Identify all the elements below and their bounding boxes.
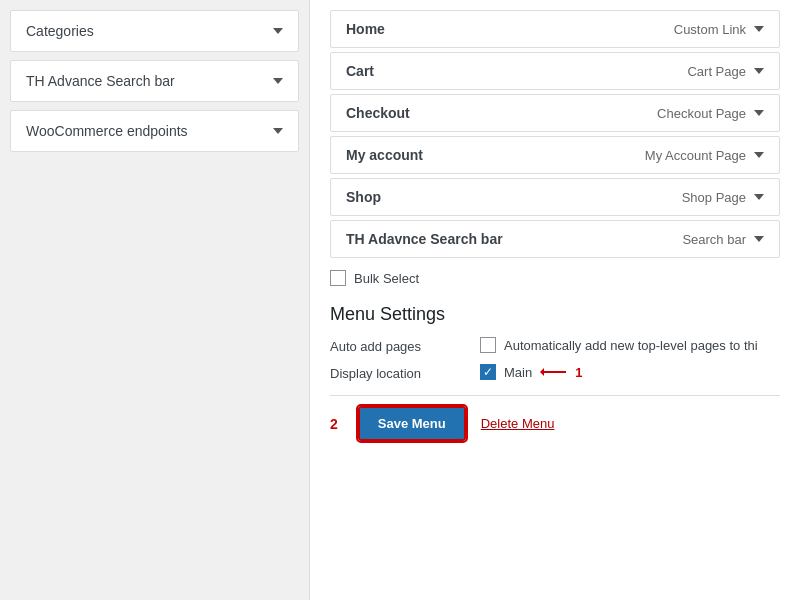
menu-item-account-right: My Account Page [645, 148, 764, 163]
menu-item-home[interactable]: Home Custom Link [330, 10, 780, 48]
chevron-down-icon [754, 110, 764, 116]
menu-item-search-label: TH Adavnce Search bar [346, 231, 503, 247]
display-location-checkbox[interactable]: ✓ [480, 364, 496, 380]
menu-item-cart-type: Cart Page [687, 64, 746, 79]
menu-item-checkout-type: Checkout Page [657, 106, 746, 121]
bulk-select-checkbox[interactable] [330, 270, 346, 286]
menu-item-search-bar[interactable]: TH Adavnce Search bar Search bar [330, 220, 780, 258]
auto-add-pages-row: Auto add pages Automatically add new top… [330, 337, 780, 354]
menu-item-cart[interactable]: Cart Cart Page [330, 52, 780, 90]
delete-menu-button[interactable]: Delete Menu [481, 416, 555, 431]
chevron-down-icon [273, 78, 283, 84]
main-content: Home Custom Link Cart Cart Page Checkout… [310, 0, 800, 600]
menu-item-home-right: Custom Link [674, 22, 764, 37]
arrow-annotation: 1 [540, 365, 582, 380]
auto-add-description: Automatically add new top-level pages to… [504, 338, 758, 353]
chevron-down-icon [754, 152, 764, 158]
menu-item-search-right: Search bar [682, 232, 764, 247]
menu-item-cart-label: Cart [346, 63, 374, 79]
auto-add-value: Automatically add new top-level pages to… [480, 337, 758, 353]
menu-item-home-type: Custom Link [674, 22, 746, 37]
chevron-down-icon [754, 68, 764, 74]
menu-item-search-type: Search bar [682, 232, 746, 247]
menu-item-shop-right: Shop Page [682, 190, 764, 205]
menu-item-checkout[interactable]: Checkout Checkout Page [330, 94, 780, 132]
red-arrow-icon [540, 365, 570, 379]
menu-item-cart-right: Cart Page [687, 64, 764, 79]
save-menu-button[interactable]: Save Menu [358, 406, 466, 441]
menu-item-my-account[interactable]: My account My Account Page [330, 136, 780, 174]
chevron-down-icon [273, 128, 283, 134]
display-location-label: Display location [330, 364, 460, 381]
menu-item-account-label: My account [346, 147, 423, 163]
auto-add-label: Auto add pages [330, 337, 460, 354]
menu-settings-section: Menu Settings Auto add pages Automatical… [330, 304, 780, 381]
chevron-down-icon [754, 236, 764, 242]
menu-item-shop[interactable]: Shop Shop Page [330, 178, 780, 216]
chevron-down-icon [754, 26, 764, 32]
menu-item-account-type: My Account Page [645, 148, 746, 163]
menu-settings-title: Menu Settings [330, 304, 780, 325]
bulk-select-area: Bulk Select [330, 270, 780, 286]
menu-item-shop-label: Shop [346, 189, 381, 205]
sidebar-item-th-advance-search[interactable]: TH Advance Search bar [10, 60, 299, 102]
svg-marker-1 [540, 368, 544, 376]
sidebar-item-woo-label: WooCommerce endpoints [26, 123, 188, 139]
sidebar-item-th-label: TH Advance Search bar [26, 73, 175, 89]
annotation-number-1: 1 [575, 365, 582, 380]
display-location-value: ✓ Main 1 [480, 364, 582, 380]
chevron-down-icon [754, 194, 764, 200]
menu-item-shop-type: Shop Page [682, 190, 746, 205]
sidebar-item-categories[interactable]: Categories [10, 10, 299, 52]
display-location-row: Display location ✓ Main 1 [330, 364, 780, 381]
display-location-option: Main [504, 365, 532, 380]
sidebar: Categories TH Advance Search bar WooComm… [0, 0, 310, 600]
bottom-bar: 2 Save Menu Delete Menu [330, 395, 780, 441]
bulk-select-label: Bulk Select [354, 271, 419, 286]
menu-item-home-label: Home [346, 21, 385, 37]
menu-item-checkout-right: Checkout Page [657, 106, 764, 121]
menu-item-checkout-label: Checkout [346, 105, 410, 121]
sidebar-item-woocommerce[interactable]: WooCommerce endpoints [10, 110, 299, 152]
chevron-down-icon [273, 28, 283, 34]
annotation-number-2: 2 [330, 416, 338, 432]
auto-add-checkbox[interactable] [480, 337, 496, 353]
sidebar-item-categories-label: Categories [26, 23, 94, 39]
